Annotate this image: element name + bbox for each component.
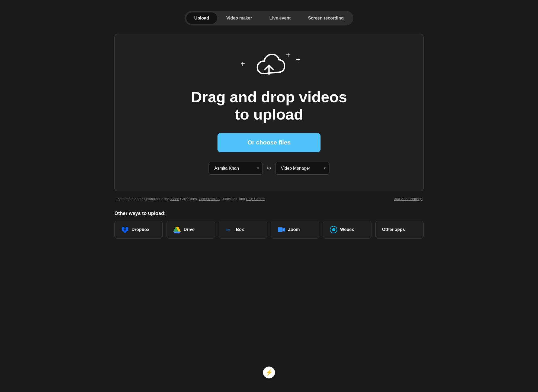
footer-info-text: Learn more about uploading in the Video … [116,197,265,201]
upload-cloud-icon [253,53,285,80]
plus-decoration-top-right: + [286,50,291,59]
svg-text:box: box [226,228,230,231]
box-label: Box [236,227,244,232]
svg-marker-8 [173,232,181,233]
zoom-upload-button[interactable]: Zoom [271,221,319,239]
user-dropdown-wrapper: Asmita Khan ▾ [209,162,263,175]
svg-marker-11 [283,227,285,232]
tab-upload[interactable]: Upload [186,12,217,24]
zoom-label: Zoom [288,227,300,232]
footer-info-bar: Learn more about uploading in the Video … [114,197,424,201]
compression-guidelines-link[interactable]: Compression [199,197,220,201]
360-video-settings-link[interactable]: 360 video settings [394,197,422,201]
svg-rect-10 [278,227,283,232]
drag-drop-title: Drag and drop videos to upload [191,88,347,123]
dropbox-label: Dropbox [132,227,149,232]
dropbox-upload-button[interactable]: Dropbox [114,221,163,239]
help-center-link[interactable]: Help Center [246,197,265,201]
dropzone-area[interactable]: + + + Drag and drop videos to upload Or … [114,34,424,191]
drive-upload-button[interactable]: Drive [166,221,215,239]
video-guidelines-link[interactable]: Video [170,197,179,201]
tab-bar: Upload Video maker Live event Screen rec… [185,11,354,25]
tab-live-event[interactable]: Live event [261,12,299,24]
to-label: to [267,166,271,171]
other-apps-upload-button[interactable]: Other apps [375,221,424,239]
drive-label: Drive [184,227,194,232]
other-apps-label: Other apps [382,227,405,232]
webex-icon [330,226,337,233]
dropbox-icon [121,226,129,233]
choose-files-button[interactable]: Or choose files [217,133,321,152]
tab-screen-recording[interactable]: Screen recording [300,12,352,24]
webex-upload-button[interactable]: Webex [323,221,371,239]
other-ways-section: Other ways to upload: Dropbox [114,211,424,239]
lightning-badge: ⚡ [263,367,275,378]
tab-video-maker[interactable]: Video maker [218,12,260,24]
other-ways-title: Other ways to upload: [114,211,424,216]
box-upload-button[interactable]: box Box [219,221,267,239]
upload-icon-area: + + + [253,53,285,80]
lightning-icon: ⚡ [265,369,273,376]
plus-decoration-bottom-right: + [296,56,300,63]
upload-methods-row: Dropbox Drive box Box [114,221,424,239]
plus-decoration-left: + [241,60,245,68]
box-icon: box [226,226,233,233]
destination-dropdown[interactable]: Video Manager [275,162,329,175]
destination-dropdown-wrapper: Video Manager ▾ [275,162,329,175]
zoom-icon [278,226,285,233]
drive-icon [173,226,181,233]
dropdowns-row: Asmita Khan ▾ to Video Manager ▾ [209,162,329,175]
webex-label: Webex [340,227,354,232]
user-dropdown[interactable]: Asmita Khan [209,162,263,175]
